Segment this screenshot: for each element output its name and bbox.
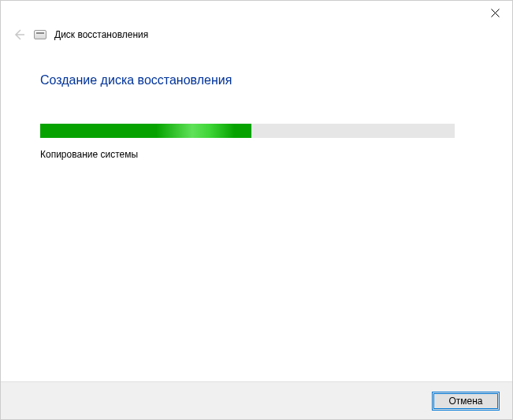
drive-icon xyxy=(34,30,46,39)
close-button[interactable] xyxy=(487,5,503,20)
close-icon xyxy=(491,9,500,17)
footer: Отмена xyxy=(1,381,512,419)
status-text: Копирование системы xyxy=(40,149,473,160)
header-row: Диск восстановления xyxy=(1,24,512,42)
titlebar xyxy=(1,1,512,24)
cancel-button[interactable]: Отмена xyxy=(432,392,500,411)
content-area: Создание диска восстановления Копировани… xyxy=(1,42,512,160)
progress-bar xyxy=(40,124,455,138)
progress-fill xyxy=(40,124,251,138)
back-button xyxy=(12,28,26,42)
page-heading: Создание диска восстановления xyxy=(40,73,473,87)
window-title: Диск восстановления xyxy=(54,29,148,40)
back-arrow-icon xyxy=(13,28,25,41)
